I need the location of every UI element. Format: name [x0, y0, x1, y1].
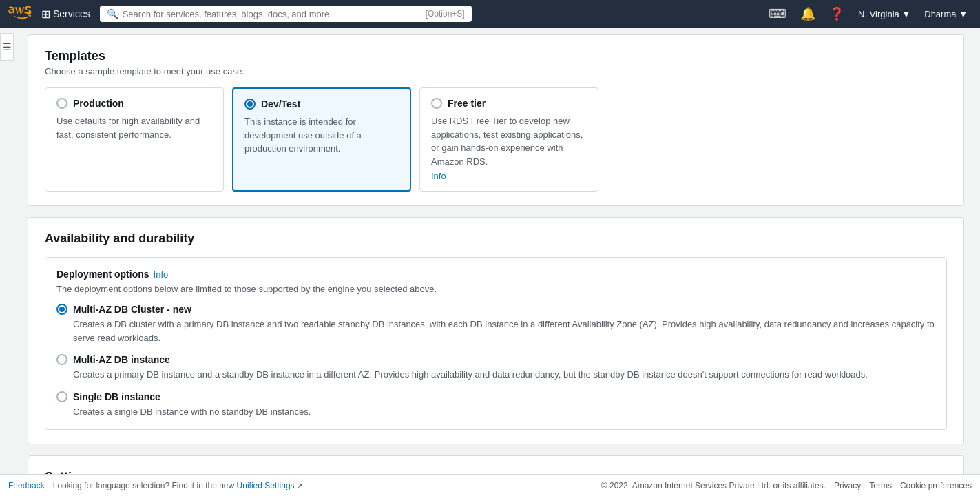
- search-shortcut: [Option+S]: [426, 9, 465, 19]
- production-label: Production: [73, 98, 124, 109]
- region-selector[interactable]: N. Virginia ▼: [853, 9, 916, 19]
- region-dropdown-icon: ▼: [901, 9, 910, 19]
- multi-az-cluster-header: Multi-AZ DB Cluster - new: [56, 304, 935, 315]
- single-db-label: Single DB instance: [73, 391, 160, 402]
- help-icon-button[interactable]: ❓: [824, 3, 850, 24]
- search-bar[interactable]: 🔍 [Option+S]: [100, 6, 472, 22]
- sidebar-toggle-button[interactable]: ☰: [0, 33, 14, 61]
- template-dev-test[interactable]: Dev/Test This instance is intended for d…: [232, 87, 411, 192]
- single-db-desc: Creates a single DB instance with no sta…: [73, 405, 935, 419]
- deployment-header: Deployment options Info: [56, 269, 935, 280]
- single-db-header: Single DB instance: [56, 391, 935, 402]
- bell-icon: 🔔: [800, 6, 815, 21]
- footer: Feedback Looking for language selection?…: [0, 474, 980, 496]
- template-production[interactable]: Production Use defaults for high availab…: [45, 87, 224, 192]
- multi-az-cluster-radio-fill: [59, 307, 65, 312]
- deployment-options-container: Deployment options Info The deployment o…: [45, 257, 947, 430]
- bell-icon-button[interactable]: 🔔: [795, 3, 821, 24]
- production-radio[interactable]: [56, 98, 67, 109]
- option-multi-az-cluster[interactable]: Multi-AZ DB Cluster - new Creates a DB c…: [56, 304, 935, 344]
- multi-az-cluster-desc: Creates a DB cluster with a primary DB i…: [73, 318, 935, 344]
- external-link-icon: ↗: [297, 482, 302, 490]
- availability-title: Availability and durability: [45, 231, 947, 246]
- cookie-preferences-link[interactable]: Cookie preferences: [900, 481, 972, 490]
- templates-subtitle: Choose a sample template to meet your us…: [45, 66, 947, 76]
- option-multi-az-instance[interactable]: Multi-AZ DB instance Creates a primary D…: [56, 354, 935, 382]
- deployment-options-label: Deployment options: [56, 269, 149, 280]
- nav-right: ⌨ 🔔 ❓ N. Virginia ▼ Dharma ▼: [763, 3, 973, 24]
- production-header: Production: [56, 98, 212, 109]
- help-icon: ❓: [829, 6, 844, 21]
- search-icon: 🔍: [107, 8, 118, 19]
- multi-az-cluster-label: Multi-AZ DB Cluster - new: [73, 304, 191, 315]
- grid-icon: ⊞: [41, 8, 50, 21]
- multi-az-cluster-radio[interactable]: [56, 304, 67, 315]
- free-tier-radio[interactable]: [431, 98, 442, 109]
- user-label: Dharma: [924, 9, 956, 19]
- user-menu[interactable]: Dharma ▼: [919, 9, 973, 19]
- language-msg-pre: Looking for language selection? Find it …: [53, 481, 235, 490]
- terms-link[interactable]: Terms: [869, 481, 892, 490]
- main-content: Templates Choose a sample template to me…: [14, 28, 978, 496]
- services-label: Services: [53, 8, 90, 19]
- search-input[interactable]: [123, 9, 421, 19]
- template-options: Production Use defaults for high availab…: [45, 87, 947, 192]
- aws-logo[interactable]: [7, 5, 32, 23]
- option-single-db[interactable]: Single DB instance Creates a single DB i…: [56, 391, 935, 419]
- deployment-desc: The deployment options below are limited…: [56, 284, 935, 294]
- footer-language-message: Looking for language selection? Find it …: [53, 481, 601, 490]
- free-tier-header: Free tier: [431, 98, 587, 109]
- multi-az-instance-header: Multi-AZ DB instance: [56, 354, 935, 365]
- dev-test-desc: This instance is intended for developmen…: [244, 115, 399, 156]
- template-free-tier[interactable]: Free tier Use RDS Free Tier to develop n…: [419, 87, 598, 192]
- dev-test-radio[interactable]: [244, 99, 256, 110]
- availability-section: Availability and durability Deployment o…: [28, 217, 964, 444]
- terminal-icon-button[interactable]: ⌨: [763, 3, 792, 24]
- footer-right: © 2022, Amazon Internet Services Private…: [601, 481, 972, 490]
- deployment-info-link[interactable]: Info: [154, 269, 169, 280]
- free-tier-desc: Use RDS Free Tier to develop new applica…: [431, 114, 587, 168]
- services-menu[interactable]: ⊞ Services: [37, 8, 94, 21]
- free-tier-info-link[interactable]: Info: [431, 171, 446, 181]
- templates-title: Templates: [45, 49, 947, 63]
- top-navigation: ⊞ Services 🔍 [Option+S] ⌨ 🔔 ❓ N. Virgini…: [0, 0, 980, 28]
- multi-az-instance-radio[interactable]: [56, 354, 67, 365]
- terminal-icon: ⌨: [769, 6, 786, 21]
- region-label: N. Virginia: [858, 9, 899, 19]
- dev-test-header: Dev/Test: [244, 99, 399, 110]
- multi-az-instance-label: Multi-AZ DB instance: [73, 354, 170, 365]
- templates-section: Templates Choose a sample template to me…: [28, 34, 964, 206]
- privacy-link[interactable]: Privacy: [834, 481, 861, 490]
- dev-test-radio-fill: [247, 101, 253, 107]
- multi-az-instance-desc: Creates a primary DB instance and a stan…: [73, 368, 935, 382]
- footer-copyright: © 2022, Amazon Internet Services Private…: [601, 481, 826, 490]
- single-db-radio[interactable]: [56, 391, 67, 402]
- feedback-link[interactable]: Feedback: [8, 481, 45, 490]
- hamburger-icon: ☰: [3, 41, 12, 52]
- free-tier-label: Free tier: [448, 98, 486, 109]
- user-dropdown-icon: ▼: [959, 9, 968, 19]
- dev-test-label: Dev/Test: [261, 99, 300, 110]
- unified-settings-link[interactable]: Unified Settings: [237, 481, 295, 490]
- production-desc: Use defaults for high availability and f…: [56, 114, 212, 141]
